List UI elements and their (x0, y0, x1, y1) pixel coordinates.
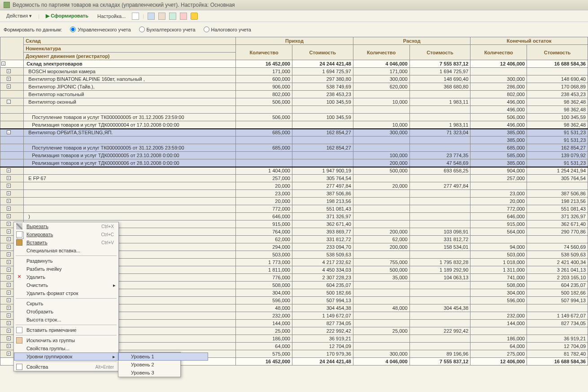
expand-icon[interactable]: + (7, 329, 11, 333)
ctx-paste-special[interactable]: Специальная вставка... (14, 247, 118, 255)
expand-icon[interactable]: + (7, 168, 11, 172)
tree-cell[interactable]: + (0, 198, 24, 205)
ctx-level-2[interactable]: Уровень 2 (118, 361, 208, 369)
ctx-delete[interactable]: ×Удалить (14, 273, 118, 281)
tree-cell[interactable]: + (0, 205, 24, 213)
tree-cell[interactable]: + (0, 213, 24, 220)
table-row[interactable]: -Вентилятор оконный506,000100 345,5910,0… (0, 98, 588, 106)
ctx-properties[interactable]: СвойстваAlt+Enter (14, 363, 118, 371)
expand-icon[interactable]: + (7, 229, 11, 233)
tree-cell[interactable] (0, 121, 24, 129)
collapse-icon[interactable]: - (7, 130, 11, 134)
table-row[interactable]: Поступление товаров и услуг ТК000000005 … (0, 144, 588, 152)
form-button[interactable]: Сформировать (43, 12, 91, 20)
ctx-cut[interactable]: ВырезатьCtrl+X (14, 222, 118, 230)
radio-tax[interactable]: Налогового учета (204, 26, 251, 32)
expand-icon[interactable]: + (7, 176, 11, 180)
tree-cell[interactable] (0, 106, 24, 114)
expand-icon[interactable]: + (7, 237, 11, 241)
table-row[interactable]: Реализация товаров и услуг ТДК00000006 о… (0, 159, 588, 167)
expand-icon[interactable]: + (7, 222, 11, 226)
ctx-row-height[interactable]: Высота строк... (14, 316, 118, 324)
tree-cell[interactable]: + (0, 75, 24, 83)
expand-icon[interactable]: + (7, 291, 11, 295)
expand-icon[interactable]: + (7, 275, 11, 279)
tool-icon-3[interactable] (158, 13, 166, 20)
expand-icon[interactable]: + (7, 336, 11, 340)
ctx-clear[interactable]: Очистить (14, 281, 118, 289)
expand-icon[interactable]: + (7, 252, 11, 256)
grid[interactable]: Склад Приход Расход Конечный остаток Ном… (0, 37, 588, 387)
expand-icon[interactable]: + (7, 283, 11, 287)
table-row[interactable]: 496,00098 362,48 (0, 106, 588, 114)
expand-icon[interactable]: + (7, 207, 11, 211)
tool-icon-4[interactable] (169, 13, 176, 20)
tree-cell[interactable]: - (0, 129, 24, 137)
radio-management[interactable]: Управленческого учета (70, 26, 131, 32)
tree-cell[interactable]: - (0, 98, 24, 106)
expand-icon[interactable]: + (7, 245, 11, 249)
expand-icon[interactable]: + (7, 214, 11, 218)
table-row[interactable]: Вентилятор настольный802,000238 453,2380… (0, 91, 588, 98)
table-row[interactable]: -Склад электротоваров16 452,00024 244 42… (0, 60, 588, 68)
expand-icon[interactable]: + (7, 298, 11, 302)
table-row[interactable]: +772,000551 081,43772,000551 081,43 (0, 205, 588, 213)
tree-cell[interactable]: + (0, 68, 24, 75)
table-row[interactable]: +23,000387 506,8623,000387 506,86 (0, 190, 588, 198)
tree-cell[interactable] (0, 144, 24, 152)
table-row[interactable]: Реализация товаров и услуг ТДК00000005 о… (0, 152, 588, 159)
tree-cell[interactable] (0, 114, 24, 121)
table-row[interactable]: +20,000277 497,8420,000277 497,84 (0, 182, 588, 190)
collapse-icon[interactable]: - (7, 100, 11, 104)
table-row[interactable]: 385,00091 531,23 (0, 137, 588, 144)
table-row[interactable]: Поступление товаров и услуг ТК000000005 … (0, 114, 588, 121)
expand-icon[interactable]: + (7, 268, 11, 272)
tool-icon-1[interactable] (132, 13, 139, 20)
expand-icon[interactable]: + (7, 313, 11, 317)
ctx-show[interactable]: Отобразить (14, 308, 118, 316)
tree-cell[interactable]: + (0, 190, 24, 198)
expand-icon[interactable]: + (7, 260, 11, 264)
ctx-delete-format[interactable]: Удалить формат строк (14, 289, 118, 297)
expand-icon[interactable]: + (7, 344, 11, 348)
tree-cell[interactable]: + (0, 175, 24, 182)
tree-cell[interactable]: + (0, 167, 24, 175)
info-icon[interactable] (191, 13, 198, 20)
expand-icon[interactable]: + (7, 306, 11, 310)
table-row[interactable]: +Вентилятор JIPONIC (Тайв.),906,000538 7… (0, 83, 588, 91)
ctx-exclude-group[interactable]: Исключить из группы (14, 336, 118, 344)
table-row[interactable]: -Вентилятор ОРБИТА,STERLING,ЯП.685,00016… (0, 129, 588, 137)
tree-cell[interactable] (0, 91, 24, 98)
table-row[interactable]: +20,000198 213,5620,000198 213,56 (0, 198, 588, 205)
expand-icon[interactable]: + (7, 321, 11, 325)
tree-cell[interactable] (0, 137, 24, 144)
expand-icon[interactable]: + (7, 184, 11, 188)
ctx-split[interactable]: Разбить ячейку (14, 265, 118, 273)
ctx-level-1[interactable]: Уровень 1 (118, 352, 208, 361)
tool-icon-5[interactable] (180, 13, 187, 20)
tool-icon-2[interactable] (148, 13, 155, 20)
tree-cell[interactable] (0, 159, 24, 167)
context-submenu[interactable]: Уровень 1 Уровень 2 Уровень 3 (118, 352, 181, 377)
tree-cell[interactable]: - (0, 60, 24, 68)
ctx-expand[interactable]: Раздвинуть (14, 257, 118, 265)
tree-cell[interactable]: + (0, 182, 24, 190)
expand-icon[interactable]: + (7, 199, 11, 203)
collapse-icon[interactable]: - (1, 62, 5, 66)
table-row[interactable]: +E FP 67257,000305 764,54257,000305 764,… (0, 175, 588, 182)
tree-cell[interactable]: + (0, 83, 24, 91)
ctx-copy[interactable]: КопироватьCtrl+C (14, 230, 118, 238)
ctx-group-props[interactable]: Свойства группы... (14, 344, 118, 352)
expand-icon[interactable]: + (7, 84, 11, 88)
tree-cell[interactable] (0, 152, 24, 159)
ctx-insert-note[interactable]: Вставить примечание (14, 326, 118, 334)
table-row[interactable]: +1 404,0001 947 900,19500,000693 658,259… (0, 167, 588, 175)
context-menu[interactable]: ВырезатьCtrl+X КопироватьCtrl+C Вставить… (13, 222, 119, 371)
radio-accounting[interactable]: Бухгалтерского учета (139, 26, 196, 32)
table-row[interactable]: +BOSCH морозильная камера171,0001 694 72… (0, 68, 588, 75)
table-row[interactable]: +Вентилятор BINATONE ALPINE 160вт, напол… (0, 75, 588, 83)
actions-menu[interactable]: Действия ▾ (4, 12, 35, 20)
ctx-paste[interactable]: ВставитьCtrl+V (14, 238, 118, 247)
expand-icon[interactable]: + (7, 77, 11, 81)
expand-icon[interactable]: + (7, 352, 11, 356)
